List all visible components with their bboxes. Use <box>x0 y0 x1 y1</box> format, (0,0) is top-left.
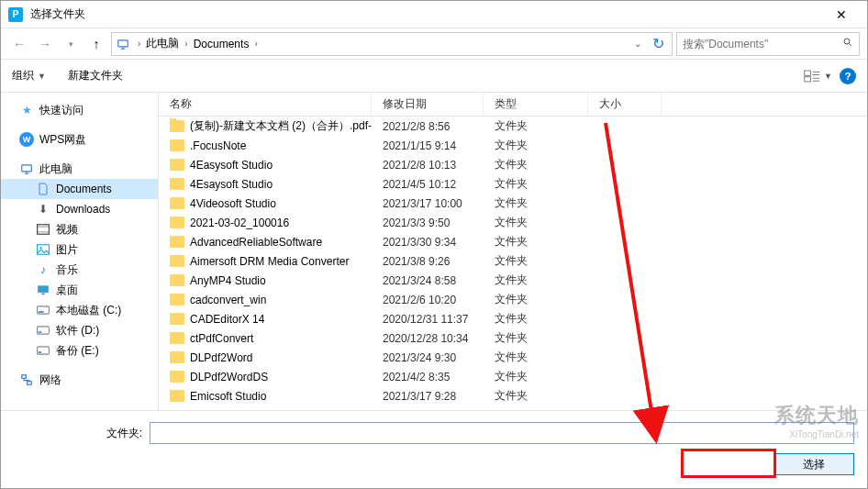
folder-icon <box>170 236 184 248</box>
folder-row[interactable]: 4Esaysoft Studio2021/4/5 10:12文件夹 <box>159 174 867 194</box>
sidebar-this-pc[interactable]: 此电脑 <box>1 159 158 179</box>
view-mode-button[interactable]: ▼ <box>804 70 832 83</box>
folder-date: 2021/3/3 9:50 <box>372 217 484 229</box>
address-dropdown[interactable]: ⌄ <box>628 39 648 49</box>
folder-date: 2020/12/28 10:34 <box>372 332 484 345</box>
folder-date: 2021/3/17 10:00 <box>372 197 484 210</box>
up-button[interactable]: ↑ <box>85 33 107 55</box>
new-folder-button[interactable]: 新建文件夹 <box>68 68 123 83</box>
column-type[interactable]: 类型 <box>484 93 588 116</box>
column-name[interactable]: 名称 <box>159 93 372 116</box>
address-bar[interactable]: › 此电脑 › Documents › ⌄ ↻ <box>111 32 673 56</box>
folder-type: 文件夹 <box>484 311 588 327</box>
column-date[interactable]: 修改日期 <box>372 93 484 116</box>
folder-icon <box>170 332 184 344</box>
network-icon <box>19 372 34 387</box>
close-button[interactable]: ✕ <box>823 7 860 22</box>
star-icon: ★ <box>19 103 34 117</box>
sidebar-desktop[interactable]: 桌面 <box>1 280 158 300</box>
titlebar: P 选择文件夹 ✕ <box>1 1 867 28</box>
disk-icon <box>36 343 50 358</box>
folder-icon <box>170 294 184 306</box>
folder-icon <box>170 371 184 383</box>
folder-date: 2021/3/30 9:34 <box>372 236 484 249</box>
select-button[interactable]: 选择 <box>773 453 854 475</box>
toolbar: 组织 ▼ 新建文件夹 ▼ ? <box>1 60 867 93</box>
help-button[interactable]: ? <box>840 68 856 84</box>
sidebar-wps[interactable]: W WPS网盘 <box>1 129 158 150</box>
folder-type: 文件夹 <box>484 292 588 307</box>
sidebar-item-label: Documents <box>56 183 112 195</box>
sidebar-video[interactable]: 视频 <box>1 219 158 239</box>
search-box[interactable] <box>676 32 860 56</box>
folder-row[interactable]: cadconvert_win2021/2/6 10:20文件夹 <box>159 290 867 309</box>
folder-row[interactable]: Emicsoft Studio2021/3/17 9:28文件夹 <box>159 386 867 406</box>
sidebar-pictures[interactable]: 图片 <box>1 239 158 260</box>
refresh-button[interactable]: ↻ <box>648 35 668 52</box>
folder-row[interactable]: DLPdf2WordDS2021/4/2 8:35文件夹 <box>159 367 867 386</box>
pc-icon <box>116 37 130 51</box>
folder-name: 4Videosoft Studio <box>190 197 276 210</box>
folder-row[interactable]: ctPdfConvert2020/12/28 10:34文件夹 <box>159 328 867 348</box>
breadcrumb-documents[interactable]: Documents <box>190 38 253 50</box>
sidebar-network[interactable]: 网络 <box>1 370 158 390</box>
sidebar-downloads[interactable]: ⬇ Downloads <box>1 199 158 219</box>
sidebar-item-label: 图片 <box>56 242 78 258</box>
folder-icon <box>170 197 184 209</box>
recent-dropdown[interactable]: ▾ <box>60 33 82 55</box>
folder-icon <box>170 390 184 402</box>
folder-row[interactable]: AdvancedReliableSoftware2021/3/30 9:34文件… <box>159 232 867 251</box>
folder-date: 2021/3/24 9:30 <box>372 351 484 364</box>
folder-name-row: 文件夹: <box>14 422 854 444</box>
sidebar-disk-c[interactable]: 本地磁盘 (C:) <box>1 300 158 320</box>
folder-type: 文件夹 <box>484 195 588 211</box>
folder-row[interactable]: AnyMP4 Studio2021/3/24 8:58文件夹 <box>159 271 867 290</box>
folder-name: Emicsoft Studio <box>190 390 266 403</box>
svg-rect-9 <box>41 294 45 295</box>
back-button[interactable]: ← <box>8 33 30 55</box>
search-input[interactable] <box>683 38 842 50</box>
folder-date: 2021/2/8 10:13 <box>372 159 484 172</box>
search-icon[interactable] <box>842 37 853 50</box>
folder-row[interactable]: DLPdf2Word2021/3/24 9:30文件夹 <box>159 348 867 367</box>
video-icon <box>36 222 50 237</box>
sidebar-item-label: 本地磁盘 (C:) <box>56 303 121 318</box>
file-pane: 名称 修改日期 类型 大小 (复制)-新建文本文档 (2)（合并）.pdf-2.… <box>159 93 867 410</box>
chevron-right-icon: › <box>136 39 142 49</box>
folder-row[interactable]: 4Videosoft Studio2021/3/17 10:00文件夹 <box>159 194 867 213</box>
chevron-down-icon: ▼ <box>824 72 832 81</box>
folder-name-input[interactable] <box>150 422 854 444</box>
svg-rect-11 <box>39 311 44 313</box>
folder-date: 2021/2/6 10:20 <box>372 294 484 306</box>
picture-icon <box>36 242 50 257</box>
folder-row[interactable]: .FocusNote2021/1/15 9:14文件夹 <box>159 136 867 155</box>
sidebar: ★ 快速访问 W WPS网盘 此电脑 <box>1 93 159 410</box>
folder-name: (复制)-新建文本文档 (2)（合并）.pdf-2... <box>190 118 372 134</box>
sidebar-quick-access[interactable]: ★ 快速访问 <box>1 100 158 120</box>
folder-row[interactable]: Aimersoft DRM Media Converter2021/3/8 9:… <box>159 251 867 271</box>
folder-name: cadconvert_win <box>190 294 266 306</box>
sidebar-music[interactable]: ♪ 音乐 <box>1 260 158 280</box>
folder-name: CADEditorX 14 <box>190 313 264 326</box>
folder-row[interactable]: CADEditorX 142020/12/31 11:37文件夹 <box>159 309 867 328</box>
folder-icon <box>170 120 184 132</box>
folder-icon <box>170 274 184 286</box>
folder-row[interactable]: (复制)-新建文本文档 (2)（合并）.pdf-2...2021/2/8 8:5… <box>159 117 867 136</box>
organize-button[interactable]: 组织 ▼ <box>12 68 46 83</box>
sidebar-disk-e[interactable]: 备份 (E:) <box>1 340 158 361</box>
folder-row[interactable]: 4Easysoft Studio2021/2/8 10:13文件夹 <box>159 155 867 174</box>
folder-row[interactable]: 2021-03-02_1000162021/3/3 9:50文件夹 <box>159 213 867 232</box>
folder-icon <box>170 217 184 228</box>
sidebar-disk-d[interactable]: 软件 (D:) <box>1 320 158 340</box>
folder-type: 文件夹 <box>484 176 588 192</box>
breadcrumb-pc[interactable]: 此电脑 <box>142 36 183 51</box>
column-size[interactable]: 大小 <box>588 93 662 116</box>
svg-rect-4 <box>22 165 32 172</box>
forward-button[interactable]: → <box>34 33 56 55</box>
sidebar-documents[interactable]: Documents <box>1 179 158 199</box>
document-icon <box>36 182 50 196</box>
folder-type: 文件夹 <box>484 234 588 250</box>
folder-icon <box>170 255 184 267</box>
sidebar-item-label: 此电脑 <box>39 161 72 177</box>
folder-type: 文件夹 <box>484 350 588 365</box>
